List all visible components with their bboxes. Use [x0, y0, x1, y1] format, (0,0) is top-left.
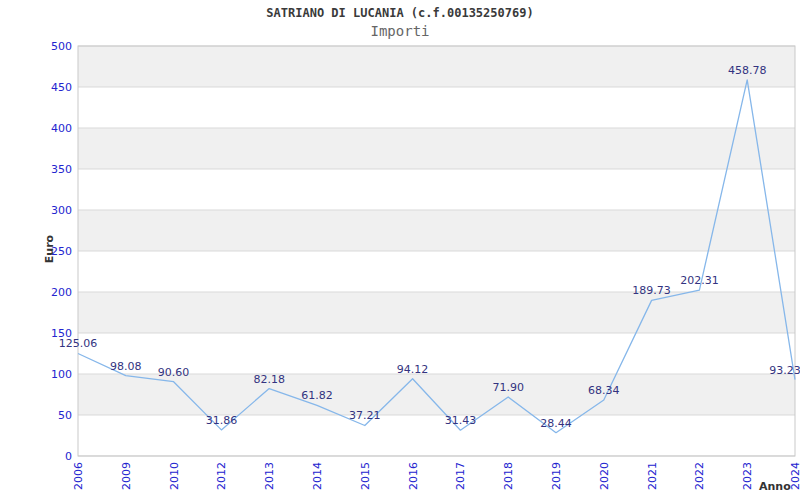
plot-band [78, 210, 795, 251]
x-tick-label: 2022 [693, 462, 706, 490]
x-axis-label: Anno [759, 480, 791, 493]
x-tick-label: 2014 [311, 462, 324, 490]
data-point-label: 98.08 [110, 360, 142, 373]
data-point-label: 189.73 [632, 284, 671, 297]
x-tick-label: 2019 [550, 462, 563, 490]
x-tick-label: 2017 [454, 462, 467, 490]
y-tick-label: 400 [51, 122, 72, 135]
y-tick-label: 0 [65, 450, 72, 463]
y-tick-label: 200 [51, 286, 72, 299]
x-tick-label: 2020 [598, 462, 611, 490]
x-tick-label: 2016 [407, 462, 420, 490]
data-point-label: 28.44 [540, 417, 572, 430]
data-point-label: 82.18 [253, 373, 285, 386]
y-tick-label: 500 [51, 40, 72, 53]
data-point-label: 94.12 [397, 363, 429, 376]
x-tick-label: 2021 [646, 462, 659, 490]
x-tick-label: 2009 [120, 462, 133, 490]
data-point-label: 31.43 [445, 414, 477, 427]
data-point-label: 458.78 [728, 64, 767, 77]
data-point-label: 31.86 [206, 414, 238, 427]
data-point-label: 71.90 [492, 381, 524, 394]
y-axis-label: Euro [43, 235, 56, 263]
data-point-label: 37.21 [349, 409, 381, 422]
data-point-label: 68.34 [588, 384, 620, 397]
data-point-label: 61.82 [301, 389, 333, 402]
plot-area: 0501001502002503003504004505002006200920… [0, 0, 800, 500]
y-tick-label: 350 [51, 163, 72, 176]
y-tick-label: 50 [58, 409, 72, 422]
x-tick-label: 2006 [72, 462, 85, 490]
data-point-label: 125.06 [59, 337, 98, 350]
x-tick-label: 2018 [502, 462, 515, 490]
plot-band [78, 46, 795, 87]
x-tick-label: 2012 [215, 462, 228, 490]
chart-container: SATRIANO DI LUCANIA (c.f.00135250769) Im… [0, 0, 800, 500]
x-tick-label: 2010 [168, 462, 181, 490]
x-tick-label: 2015 [359, 462, 372, 490]
data-point-label: 90.60 [158, 366, 190, 379]
y-tick-label: 100 [51, 368, 72, 381]
plot-band [78, 128, 795, 169]
plot-band [78, 292, 795, 333]
y-tick-label: 450 [51, 81, 72, 94]
x-tick-label: 2013 [263, 462, 276, 490]
y-tick-label: 300 [51, 204, 72, 217]
data-point-label: 202.31 [680, 274, 719, 287]
x-tick-label: 2023 [741, 462, 754, 490]
data-point-label: 93.23 [769, 364, 800, 377]
